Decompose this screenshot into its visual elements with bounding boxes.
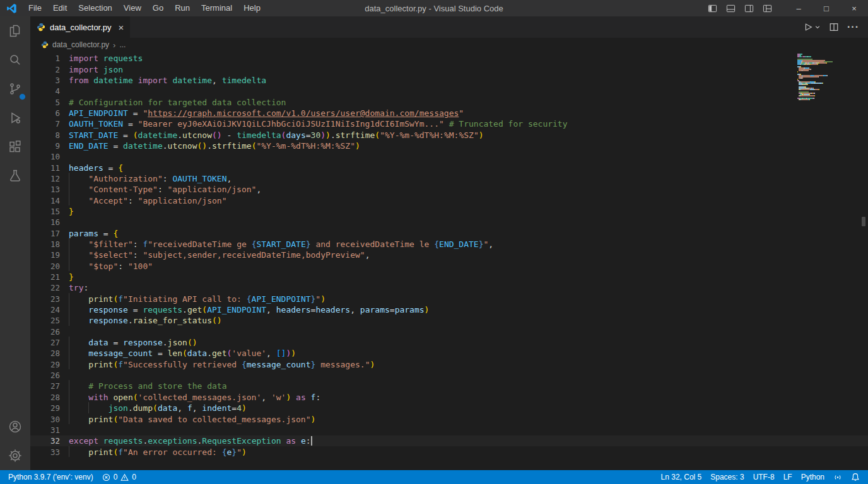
code-line[interactable]: 20 "$top": "100" — [30, 261, 868, 272]
code-line[interactable]: 22try: — [30, 282, 868, 293]
code-line[interactable]: 21} — [30, 272, 868, 282]
broadcast-icon[interactable] — [829, 470, 847, 484]
code-line[interactable]: 32except requests.exceptions.RequestExce… — [30, 435, 868, 446]
split-editor-icon[interactable] — [829, 22, 839, 32]
line-number: 3 — [30, 76, 60, 85]
code-line[interactable]: 16 — [30, 217, 868, 228]
run-dropdown-chevron-icon[interactable] — [814, 24, 821, 30]
run-debug-icon[interactable] — [0, 103, 30, 132]
settings-gear-icon[interactable] — [0, 441, 30, 470]
code-line[interactable]: 33 print(f"An error occurred: {e}") — [30, 446, 868, 457]
line-number: 27 — [30, 381, 60, 391]
code-line[interactable]: 18 "$filter": f"receivedDateTime ge {STA… — [30, 239, 868, 250]
testing-icon[interactable] — [0, 161, 30, 190]
tab-label: data_collector.py — [50, 23, 112, 32]
code-line[interactable]: 28 with open('collected_messages.json', … — [30, 392, 868, 403]
toggle-secondary-sidebar-icon[interactable] — [744, 4, 754, 13]
code-line[interactable]: 11headers = { — [30, 162, 868, 173]
close-window-button[interactable]: × — [840, 0, 868, 16]
breadcrumb-more[interactable]: ... — [119, 40, 126, 49]
code-line[interactable]: 2import json — [30, 64, 868, 74]
code-line[interactable]: 23 print(f"Initiating API call to: {API_… — [30, 294, 868, 304]
python-interpreter-status[interactable]: Python 3.9.7 ('env': venv) — [4, 470, 98, 484]
code-line[interactable]: 29 json.dump(data, f, indent=4) — [30, 403, 868, 413]
explorer-icon[interactable] — [0, 16, 30, 45]
toggle-primary-sidebar-icon[interactable] — [708, 4, 717, 13]
code-line[interactable]: 26 — [30, 370, 868, 381]
code-line[interactable]: 7OAUTH_TOKEN = "Bearer eyJ0eXAiOiJKV1QiL… — [30, 118, 868, 129]
extensions-icon[interactable] — [0, 132, 30, 161]
code-line[interactable]: 9END_DATE = datetime.utcnow().strftime("… — [30, 141, 868, 151]
toggle-panel-icon[interactable] — [726, 4, 736, 13]
code-line[interactable]: 12 "Authorization": OAUTH_TOKEN, — [30, 173, 868, 184]
customize-layout-icon[interactable] — [763, 4, 772, 13]
minimize-button[interactable]: – — [785, 0, 812, 16]
scrollbar-thumb[interactable] — [862, 217, 865, 226]
code-line[interactable]: 29 print(f"Successfully retrieved {messa… — [30, 359, 868, 370]
code-line[interactable]: 30 print("Data saved to collected_messag… — [30, 413, 868, 424]
line-number: 15 — [30, 207, 60, 216]
line-number: 20 — [30, 262, 60, 271]
account-icon[interactable] — [0, 412, 30, 441]
menu-terminal[interactable]: Terminal — [196, 0, 238, 16]
tab-bar: data_collector.py × ··· — [30, 16, 868, 38]
encoding-status[interactable]: UTF-8 — [749, 470, 779, 484]
title-bar: File Edit Selection View Go Run Terminal… — [0, 0, 868, 16]
code-line[interactable]: 31 — [30, 425, 868, 435]
notifications-bell-icon[interactable] — [847, 470, 864, 484]
language-mode-status[interactable]: Python — [797, 470, 829, 484]
minimap[interactable] — [797, 54, 859, 100]
code-line[interactable]: 4 — [30, 86, 868, 96]
search-icon[interactable] — [0, 45, 30, 74]
code-line[interactable]: 1import requests — [30, 53, 868, 64]
editor[interactable]: 1import requests2import json3from dateti… — [30, 52, 868, 470]
indentation-status[interactable]: Spaces: 3 — [706, 470, 748, 484]
tab-close-icon[interactable]: × — [119, 23, 124, 32]
code-line[interactable]: 27 # Process and store the data — [30, 381, 868, 391]
line-number: 23 — [30, 294, 60, 304]
more-actions-icon[interactable]: ··· — [847, 22, 859, 32]
menu-help[interactable]: Help — [238, 0, 266, 16]
maximize-button[interactable]: □ — [812, 0, 840, 16]
code-line[interactable]: 26 — [30, 326, 868, 337]
line-number: 25 — [30, 316, 60, 325]
code-line[interactable]: 25 response.raise_for_status() — [30, 315, 868, 326]
code-text: params = { — [69, 229, 118, 238]
tab-data-collector[interactable]: data_collector.py × — [30, 16, 131, 38]
cursor-position-status[interactable]: Ln 32, Col 5 — [657, 470, 707, 484]
menu-file[interactable]: File — [23, 0, 47, 16]
code-line[interactable]: 3from datetime import datetime, timedelt… — [30, 75, 868, 86]
vscode-logo-icon — [6, 3, 17, 14]
code-line[interactable]: 24 response = requests.get(API_ENDPOINT,… — [30, 304, 868, 315]
code-line[interactable]: 15} — [30, 206, 868, 217]
code-text: data = response.json() — [69, 338, 197, 347]
line-number: 33 — [30, 447, 60, 457]
code-text: from datetime import datetime, timedelta — [69, 76, 266, 85]
eol-status[interactable]: LF — [779, 470, 797, 484]
code-line[interactable]: 5# Configuration for targeted data colle… — [30, 96, 868, 107]
menu-selection[interactable]: Selection — [73, 0, 117, 16]
source-control-icon[interactable] — [0, 74, 30, 103]
line-number: 30 — [30, 415, 60, 424]
menu-edit[interactable]: Edit — [47, 0, 73, 16]
code-text: OAUTH_TOKEN = "Bearer eyJ0eXAiOiJKV1QiLC… — [69, 119, 568, 129]
code-line[interactable]: 8START_DATE = (datetime.utcnow() - timed… — [30, 129, 868, 140]
code-text: # Configuration for targeted data collec… — [69, 98, 286, 107]
line-number: 7 — [30, 119, 60, 129]
code-line[interactable]: 10 — [30, 151, 868, 162]
run-python-file-icon[interactable] — [803, 22, 813, 32]
code-line[interactable]: 13 "Content-Type": "application/json", — [30, 184, 868, 195]
menu-view[interactable]: View — [118, 0, 147, 16]
code-line[interactable]: 27 data = response.json() — [30, 337, 868, 348]
problems-status[interactable]: 0 0 — [98, 470, 141, 484]
code-line[interactable]: 19 "$select": "subject,sender,receivedDa… — [30, 250, 868, 260]
menu-run[interactable]: Run — [169, 0, 196, 16]
breadcrumb-file[interactable]: data_collector.py — [52, 40, 109, 49]
code-line[interactable]: 14 "Accept": "application/json" — [30, 195, 868, 205]
code-line[interactable]: 28 message_count = len(data.get('value',… — [30, 348, 868, 359]
menu-go[interactable]: Go — [147, 0, 169, 16]
line-number: 26 — [30, 371, 60, 380]
code-line[interactable]: 17params = { — [30, 228, 868, 239]
code-line[interactable]: 6API_ENDPOINT = "https://graph.microsoft… — [30, 108, 868, 118]
line-number: 26 — [30, 327, 60, 337]
